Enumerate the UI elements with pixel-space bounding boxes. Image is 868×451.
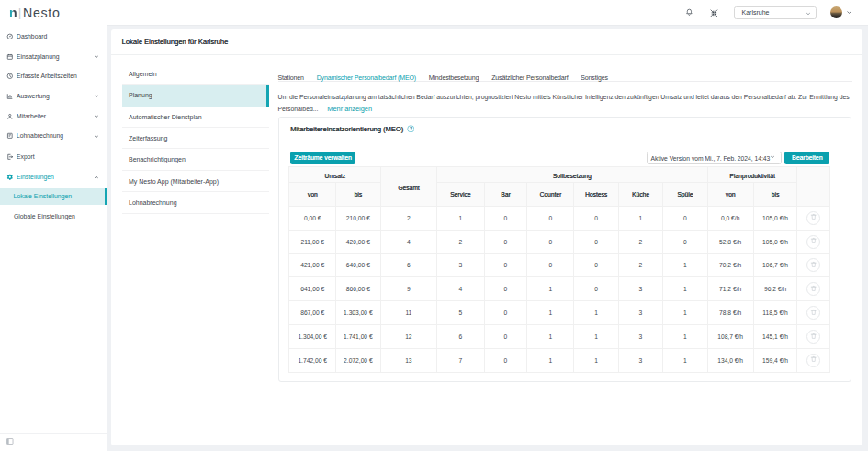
svg-text:?: ? <box>410 127 412 131</box>
